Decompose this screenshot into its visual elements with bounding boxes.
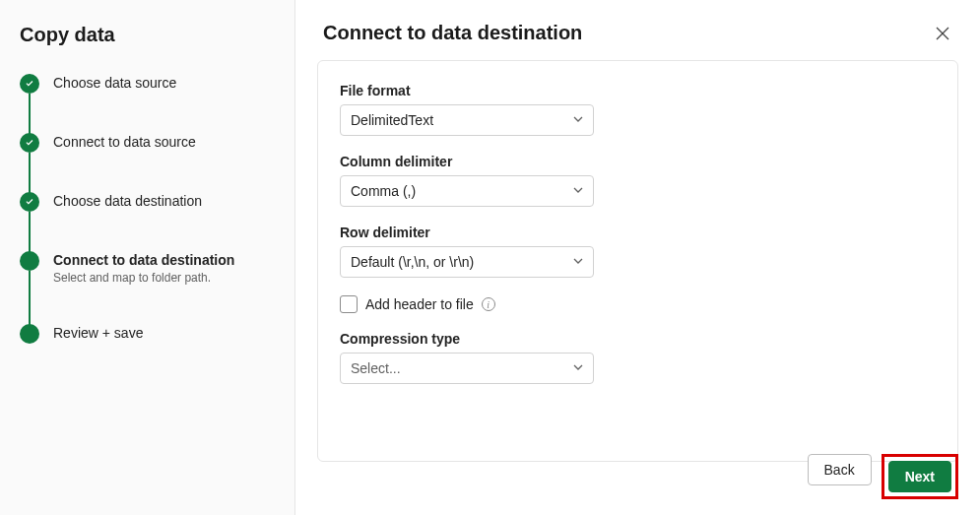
close-icon [935,26,950,41]
sidebar-title: Copy data [20,24,275,46]
add-header-label: Add header to file [365,296,474,312]
column-delimiter-group: Column delimiter Comma (,) [340,154,936,207]
step-choose-data-source[interactable]: Choose data source [20,74,275,133]
column-delimiter-value: Comma (,) [351,183,416,199]
sidebar: Copy data Choose data source Connect to … [0,0,295,515]
step-choose-data-destination[interactable]: Choose data destination [20,192,275,251]
chevron-down-icon [572,254,584,270]
chevron-down-icon [572,112,584,128]
step-connect-to-data-source[interactable]: Connect to data source [20,133,275,192]
back-button[interactable]: Back [808,454,872,485]
step-review-save[interactable]: Review + save [20,324,275,344]
row-delimiter-label: Row delimiter [340,225,936,240]
check-icon [20,133,39,153]
compression-type-select[interactable]: Select... [340,353,594,384]
step-sublabel: Select and map to folder path. [53,271,234,285]
next-button-highlight: Next [882,454,958,499]
current-step-dot-icon [20,251,39,271]
add-header-checkbox[interactable] [340,295,358,313]
main-panel: Connect to data destination File format … [295,0,980,515]
page-title: Connect to data destination [323,22,582,44]
add-header-row: Add header to file i [340,295,936,313]
file-format-value: DelimitedText [351,112,433,128]
file-format-select[interactable]: DelimitedText [340,104,594,136]
next-button[interactable]: Next [888,461,951,492]
column-delimiter-label: Column delimiter [340,154,936,169]
step-list: Choose data source Connect to data sourc… [20,74,275,344]
compression-type-placeholder: Select... [351,360,401,376]
step-label: Connect to data destination [53,252,234,268]
file-format-label: File format [340,83,936,98]
chevron-down-icon [572,183,584,199]
close-button[interactable] [933,24,952,43]
compression-type-group: Compression type Select... [340,331,936,384]
info-icon[interactable]: i [482,297,495,311]
row-delimiter-select[interactable]: Default (\r,\n, or \r\n) [340,246,594,278]
chevron-down-icon [572,360,584,376]
step-label: Review + save [53,325,143,341]
file-format-group: File format DelimitedText [340,83,936,136]
step-label: Connect to data source [53,134,196,150]
future-step-dot-icon [20,324,39,344]
compression-type-label: Compression type [340,331,936,347]
step-label: Choose data destination [53,193,202,209]
step-connect-to-data-destination[interactable]: Connect to data destination Select and m… [20,251,275,324]
check-icon [20,74,39,94]
step-label: Choose data source [53,75,176,91]
check-icon [20,192,39,212]
column-delimiter-select[interactable]: Comma (,) [340,175,594,207]
footer-actions: Back Next [808,454,958,499]
row-delimiter-group: Row delimiter Default (\r,\n, or \r\n) [340,225,936,278]
main-header: Connect to data destination [295,0,980,60]
row-delimiter-value: Default (\r,\n, or \r\n) [351,254,474,270]
form-card: File format DelimitedText Column delimit… [317,60,958,462]
